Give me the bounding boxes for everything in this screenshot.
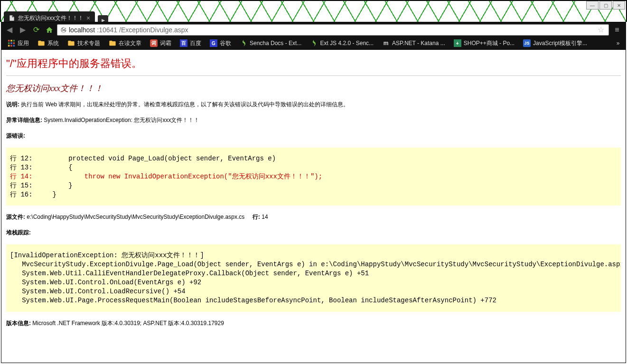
- bookmark-label: Sencha Docs - Ext...: [250, 40, 301, 47]
- folder-icon: [37, 39, 45, 47]
- desc-label: 说明:: [6, 101, 19, 108]
- bookmark-item[interactable]: Sencha Docs - Ext...: [236, 38, 305, 48]
- divider: [6, 75, 621, 76]
- bookmarks-bar: 应用 系统技术专题在读文章词词霸百百度G谷歌Sencha Docs - Ext.…: [1, 37, 626, 49]
- bookmark-label: 百度: [190, 39, 201, 47]
- shop-icon: +: [454, 39, 461, 47]
- home-button[interactable]: [44, 24, 55, 36]
- bookmark-label: SHOP++商城 - Po...: [464, 39, 515, 47]
- bookmark-item[interactable]: Ext JS 4.2.0 - Senc...: [306, 38, 377, 48]
- bookmark-label: 在读文章: [119, 39, 141, 47]
- window-maximize-button[interactable]: ▢: [599, 1, 612, 9]
- error-subheading: 您无权访问xxx文件！！！: [6, 81, 621, 101]
- forward-button[interactable]: ▶: [17, 24, 28, 36]
- bookmark-label: ASP.NET - Katana ...: [392, 40, 445, 47]
- site-info-icon[interactable]: [60, 27, 67, 33]
- window-controls: — ▢ ✕: [585, 1, 625, 9]
- svg-rect-2: [13, 40, 15, 42]
- version-label: 版本信息:: [6, 320, 31, 327]
- sencha-icon: [240, 39, 247, 47]
- source-file-label: 源文件:: [6, 214, 25, 220]
- svg-rect-8: [13, 45, 15, 47]
- window-minimize-button[interactable]: —: [586, 1, 599, 9]
- bookmark-item[interactable]: 技术专题: [64, 38, 104, 49]
- source-line-label: 行:: [253, 214, 260, 220]
- version-text: Microsoft .NET Framework 版本:4.0.30319; A…: [32, 320, 224, 327]
- bookmarks-overflow-button[interactable]: »: [613, 40, 623, 47]
- stack-trace-block: [InvalidOperationException: 您无权访问xxx文件！！…: [6, 244, 621, 311]
- address-bar[interactable]: localhost:10641/ExceptionDivulge.aspx ☆: [57, 24, 609, 36]
- aspnet-icon: m: [382, 39, 390, 47]
- apps-label: 应用: [18, 39, 29, 47]
- bookmark-star-button[interactable]: ☆: [596, 25, 606, 34]
- source-file-path: e:\Coding\HappyStudy\MvcSecurityStudy\Mv…: [27, 214, 244, 220]
- window-close-button[interactable]: ✕: [613, 1, 625, 9]
- source-error-label: 源错误:: [6, 132, 621, 140]
- error-heading: "/"应用程序中的服务器错误。: [6, 54, 621, 75]
- exception-details: 异常详细信息: System.InvalidOperationException…: [6, 116, 621, 124]
- bookmark-item[interactable]: 词词霸: [146, 38, 175, 49]
- bookmark-label: 谷歌: [220, 39, 231, 47]
- bookmark-item[interactable]: 在读文章: [105, 38, 145, 49]
- source-line-number: 14: [262, 214, 268, 220]
- ciba-icon: 词: [150, 39, 158, 47]
- error-page: "/"应用程序中的服务器错误。 您无权访问xxx文件！！！ 说明: 执行当前 W…: [1, 50, 626, 354]
- bookmark-item[interactable]: +SHOP++商城 - Po...: [450, 38, 518, 49]
- bookmark-label: 系统: [47, 39, 59, 47]
- bookmark-label: 词霸: [160, 39, 171, 47]
- nav-toolbar: ◀ ▶ ⟳ localhost:10641/ExceptionDivulge.a…: [1, 22, 626, 37]
- bookmark-label: Ext JS 4.2.0 - Senc...: [320, 40, 374, 47]
- folder-icon: [109, 39, 116, 47]
- tab-close-button[interactable]: ×: [86, 15, 90, 21]
- source-code-block: 行 12: protected void Page_Load(object se…: [6, 148, 621, 205]
- svg-rect-5: [13, 42, 15, 44]
- svg-rect-6: [8, 45, 10, 47]
- apps-shortcut[interactable]: 应用: [4, 38, 33, 49]
- page-viewport[interactable]: "/"应用程序中的服务器错误。 您无权访问xxx文件！！！ 说明: 执行当前 W…: [1, 49, 626, 363]
- url-port: :10641: [97, 26, 117, 34]
- url-host: localhost: [69, 26, 95, 34]
- svg-rect-4: [10, 42, 12, 44]
- error-description: 说明: 执行当前 Web 请求期间，出现未经处理的异常。请检查堆栈跟踪信息，以了…: [6, 101, 621, 109]
- bookmark-item[interactable]: mASP.NET - Katana ...: [378, 38, 449, 48]
- version-info: 版本信息: Microsoft .NET Framework 版本:4.0.30…: [6, 319, 621, 327]
- bookmark-item[interactable]: 百百度: [176, 38, 205, 49]
- svg-rect-3: [8, 42, 10, 44]
- svg-rect-1: [10, 40, 12, 42]
- baidu-icon: 百: [180, 39, 187, 47]
- google-icon: G: [210, 39, 217, 47]
- folder-icon: [67, 39, 75, 47]
- exc-label: 异常详细信息:: [6, 117, 42, 123]
- page-icon: [9, 15, 15, 21]
- sencha-icon: [310, 39, 318, 47]
- desc-text: 执行当前 Web 请求期间，出现未经处理的异常。请检查堆栈跟踪信息，以了解有关该…: [21, 101, 349, 108]
- tab-title: 您无权访问xxx文件！！！: [18, 14, 84, 22]
- apps-icon: [8, 39, 15, 47]
- svg-rect-7: [10, 45, 12, 47]
- bookmark-label: 技术专题: [77, 39, 100, 47]
- source-file-line: 源文件: e:\Coding\HappyStudy\MvcSecurityStu…: [6, 213, 621, 221]
- stack-trace-label: 堆栈跟踪:: [6, 229, 621, 237]
- back-button[interactable]: ◀: [4, 24, 15, 36]
- url-path: /ExceptionDivulge.aspx: [119, 26, 188, 34]
- error-line: 行 14: throw new InvalidOperationExceptio…: [10, 173, 322, 180]
- chrome-menu-button[interactable]: ≡: [611, 24, 623, 36]
- reload-button[interactable]: ⟳: [30, 24, 42, 36]
- js-icon: JS: [523, 39, 531, 47]
- bookmark-item[interactable]: 系统: [34, 38, 63, 49]
- bookmark-item[interactable]: JSJavaScript模板引擎...: [519, 38, 591, 49]
- bookmark-label: JavaScript模板引擎...: [533, 39, 587, 47]
- exc-text: System.InvalidOperationException: 您无权访问x…: [44, 117, 199, 123]
- bookmark-item[interactable]: G谷歌: [206, 38, 235, 49]
- svg-rect-0: [8, 40, 10, 42]
